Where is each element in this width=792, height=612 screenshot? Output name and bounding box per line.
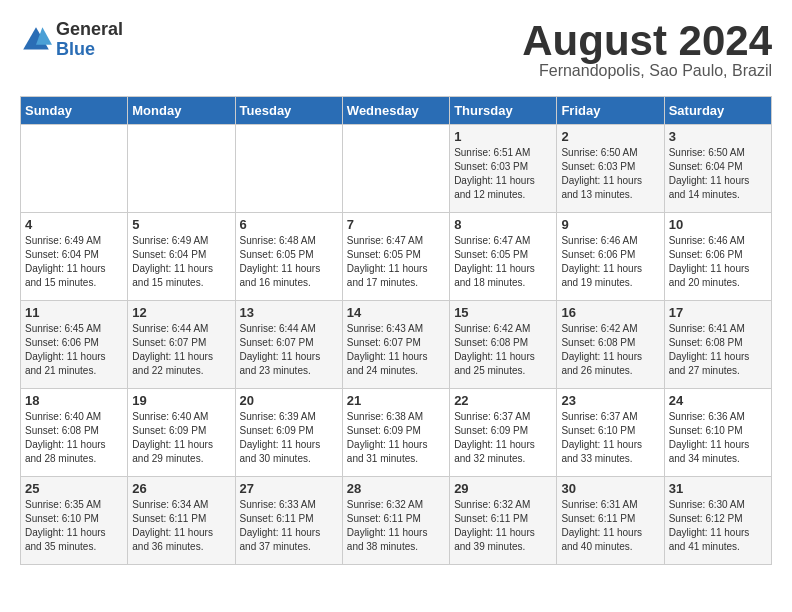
day-info: Sunrise: 6:37 AMSunset: 6:09 PMDaylight:… bbox=[454, 410, 552, 466]
calendar-day-cell: 18Sunrise: 6:40 AMSunset: 6:08 PMDayligh… bbox=[21, 389, 128, 477]
day-info: Sunrise: 6:47 AMSunset: 6:05 PMDaylight:… bbox=[454, 234, 552, 290]
calendar-header: SundayMondayTuesdayWednesdayThursdayFrid… bbox=[21, 97, 772, 125]
logo: General Blue bbox=[20, 20, 123, 60]
calendar-day-cell: 5Sunrise: 6:49 AMSunset: 6:04 PMDaylight… bbox=[128, 213, 235, 301]
day-info: Sunrise: 6:36 AMSunset: 6:10 PMDaylight:… bbox=[669, 410, 767, 466]
calendar-week-3: 11Sunrise: 6:45 AMSunset: 6:06 PMDayligh… bbox=[21, 301, 772, 389]
logo-blue-text: Blue bbox=[56, 40, 123, 60]
day-info: Sunrise: 6:33 AMSunset: 6:11 PMDaylight:… bbox=[240, 498, 338, 554]
day-number: 14 bbox=[347, 305, 445, 320]
location: Fernandopolis, Sao Paulo, Brazil bbox=[522, 62, 772, 80]
calendar-day-cell: 8Sunrise: 6:47 AMSunset: 6:05 PMDaylight… bbox=[450, 213, 557, 301]
calendar-week-1: 1Sunrise: 6:51 AMSunset: 6:03 PMDaylight… bbox=[21, 125, 772, 213]
day-number: 22 bbox=[454, 393, 552, 408]
calendar-day-cell: 1Sunrise: 6:51 AMSunset: 6:03 PMDaylight… bbox=[450, 125, 557, 213]
calendar-day-cell: 25Sunrise: 6:35 AMSunset: 6:10 PMDayligh… bbox=[21, 477, 128, 565]
day-info: Sunrise: 6:45 AMSunset: 6:06 PMDaylight:… bbox=[25, 322, 123, 378]
day-number: 18 bbox=[25, 393, 123, 408]
day-number: 4 bbox=[25, 217, 123, 232]
day-number: 15 bbox=[454, 305, 552, 320]
calendar-day-cell: 7Sunrise: 6:47 AMSunset: 6:05 PMDaylight… bbox=[342, 213, 449, 301]
day-info: Sunrise: 6:44 AMSunset: 6:07 PMDaylight:… bbox=[132, 322, 230, 378]
calendar-day-cell: 2Sunrise: 6:50 AMSunset: 6:03 PMDaylight… bbox=[557, 125, 664, 213]
day-info: Sunrise: 6:41 AMSunset: 6:08 PMDaylight:… bbox=[669, 322, 767, 378]
logo-general-text: General bbox=[56, 20, 123, 40]
day-number: 11 bbox=[25, 305, 123, 320]
weekday-header-saturday: Saturday bbox=[664, 97, 771, 125]
day-number: 30 bbox=[561, 481, 659, 496]
day-info: Sunrise: 6:50 AMSunset: 6:04 PMDaylight:… bbox=[669, 146, 767, 202]
calendar-day-cell: 20Sunrise: 6:39 AMSunset: 6:09 PMDayligh… bbox=[235, 389, 342, 477]
day-info: Sunrise: 6:32 AMSunset: 6:11 PMDaylight:… bbox=[454, 498, 552, 554]
calendar-day-cell: 17Sunrise: 6:41 AMSunset: 6:08 PMDayligh… bbox=[664, 301, 771, 389]
calendar-day-cell: 13Sunrise: 6:44 AMSunset: 6:07 PMDayligh… bbox=[235, 301, 342, 389]
day-info: Sunrise: 6:37 AMSunset: 6:10 PMDaylight:… bbox=[561, 410, 659, 466]
day-number: 19 bbox=[132, 393, 230, 408]
day-info: Sunrise: 6:40 AMSunset: 6:08 PMDaylight:… bbox=[25, 410, 123, 466]
calendar-day-cell: 9Sunrise: 6:46 AMSunset: 6:06 PMDaylight… bbox=[557, 213, 664, 301]
day-number: 10 bbox=[669, 217, 767, 232]
calendar-day-cell: 14Sunrise: 6:43 AMSunset: 6:07 PMDayligh… bbox=[342, 301, 449, 389]
day-info: Sunrise: 6:49 AMSunset: 6:04 PMDaylight:… bbox=[132, 234, 230, 290]
day-number: 29 bbox=[454, 481, 552, 496]
day-info: Sunrise: 6:46 AMSunset: 6:06 PMDaylight:… bbox=[669, 234, 767, 290]
day-info: Sunrise: 6:43 AMSunset: 6:07 PMDaylight:… bbox=[347, 322, 445, 378]
day-info: Sunrise: 6:30 AMSunset: 6:12 PMDaylight:… bbox=[669, 498, 767, 554]
calendar-day-cell: 30Sunrise: 6:31 AMSunset: 6:11 PMDayligh… bbox=[557, 477, 664, 565]
day-info: Sunrise: 6:47 AMSunset: 6:05 PMDaylight:… bbox=[347, 234, 445, 290]
day-number: 1 bbox=[454, 129, 552, 144]
calendar-day-cell: 10Sunrise: 6:46 AMSunset: 6:06 PMDayligh… bbox=[664, 213, 771, 301]
calendar-week-4: 18Sunrise: 6:40 AMSunset: 6:08 PMDayligh… bbox=[21, 389, 772, 477]
weekday-header-monday: Monday bbox=[128, 97, 235, 125]
day-number: 25 bbox=[25, 481, 123, 496]
day-info: Sunrise: 6:42 AMSunset: 6:08 PMDaylight:… bbox=[454, 322, 552, 378]
calendar-week-2: 4Sunrise: 6:49 AMSunset: 6:04 PMDaylight… bbox=[21, 213, 772, 301]
calendar-week-5: 25Sunrise: 6:35 AMSunset: 6:10 PMDayligh… bbox=[21, 477, 772, 565]
calendar-day-cell bbox=[128, 125, 235, 213]
day-number: 27 bbox=[240, 481, 338, 496]
day-info: Sunrise: 6:44 AMSunset: 6:07 PMDaylight:… bbox=[240, 322, 338, 378]
day-number: 24 bbox=[669, 393, 767, 408]
title-block: August 2024 Fernandopolis, Sao Paulo, Br… bbox=[522, 20, 772, 80]
day-number: 2 bbox=[561, 129, 659, 144]
day-number: 5 bbox=[132, 217, 230, 232]
calendar-day-cell: 11Sunrise: 6:45 AMSunset: 6:06 PMDayligh… bbox=[21, 301, 128, 389]
day-number: 16 bbox=[561, 305, 659, 320]
calendar-day-cell: 15Sunrise: 6:42 AMSunset: 6:08 PMDayligh… bbox=[450, 301, 557, 389]
weekday-header-thursday: Thursday bbox=[450, 97, 557, 125]
calendar-day-cell: 22Sunrise: 6:37 AMSunset: 6:09 PMDayligh… bbox=[450, 389, 557, 477]
day-info: Sunrise: 6:31 AMSunset: 6:11 PMDaylight:… bbox=[561, 498, 659, 554]
calendar-day-cell: 31Sunrise: 6:30 AMSunset: 6:12 PMDayligh… bbox=[664, 477, 771, 565]
day-info: Sunrise: 6:39 AMSunset: 6:09 PMDaylight:… bbox=[240, 410, 338, 466]
calendar-day-cell: 19Sunrise: 6:40 AMSunset: 6:09 PMDayligh… bbox=[128, 389, 235, 477]
calendar-day-cell: 21Sunrise: 6:38 AMSunset: 6:09 PMDayligh… bbox=[342, 389, 449, 477]
day-number: 20 bbox=[240, 393, 338, 408]
day-info: Sunrise: 6:38 AMSunset: 6:09 PMDaylight:… bbox=[347, 410, 445, 466]
calendar-day-cell: 3Sunrise: 6:50 AMSunset: 6:04 PMDaylight… bbox=[664, 125, 771, 213]
day-info: Sunrise: 6:50 AMSunset: 6:03 PMDaylight:… bbox=[561, 146, 659, 202]
month-title: August 2024 bbox=[522, 20, 772, 62]
weekday-header-row: SundayMondayTuesdayWednesdayThursdayFrid… bbox=[21, 97, 772, 125]
day-number: 8 bbox=[454, 217, 552, 232]
weekday-header-tuesday: Tuesday bbox=[235, 97, 342, 125]
day-number: 23 bbox=[561, 393, 659, 408]
calendar-day-cell: 24Sunrise: 6:36 AMSunset: 6:10 PMDayligh… bbox=[664, 389, 771, 477]
day-info: Sunrise: 6:51 AMSunset: 6:03 PMDaylight:… bbox=[454, 146, 552, 202]
weekday-header-wednesday: Wednesday bbox=[342, 97, 449, 125]
calendar-day-cell: 26Sunrise: 6:34 AMSunset: 6:11 PMDayligh… bbox=[128, 477, 235, 565]
calendar-day-cell: 12Sunrise: 6:44 AMSunset: 6:07 PMDayligh… bbox=[128, 301, 235, 389]
calendar-day-cell: 27Sunrise: 6:33 AMSunset: 6:11 PMDayligh… bbox=[235, 477, 342, 565]
day-number: 3 bbox=[669, 129, 767, 144]
day-number: 6 bbox=[240, 217, 338, 232]
calendar-day-cell: 16Sunrise: 6:42 AMSunset: 6:08 PMDayligh… bbox=[557, 301, 664, 389]
calendar-day-cell bbox=[235, 125, 342, 213]
day-number: 13 bbox=[240, 305, 338, 320]
calendar-day-cell: 4Sunrise: 6:49 AMSunset: 6:04 PMDaylight… bbox=[21, 213, 128, 301]
day-info: Sunrise: 6:34 AMSunset: 6:11 PMDaylight:… bbox=[132, 498, 230, 554]
day-number: 17 bbox=[669, 305, 767, 320]
calendar-day-cell: 29Sunrise: 6:32 AMSunset: 6:11 PMDayligh… bbox=[450, 477, 557, 565]
day-number: 21 bbox=[347, 393, 445, 408]
day-info: Sunrise: 6:48 AMSunset: 6:05 PMDaylight:… bbox=[240, 234, 338, 290]
day-info: Sunrise: 6:32 AMSunset: 6:11 PMDaylight:… bbox=[347, 498, 445, 554]
day-info: Sunrise: 6:46 AMSunset: 6:06 PMDaylight:… bbox=[561, 234, 659, 290]
